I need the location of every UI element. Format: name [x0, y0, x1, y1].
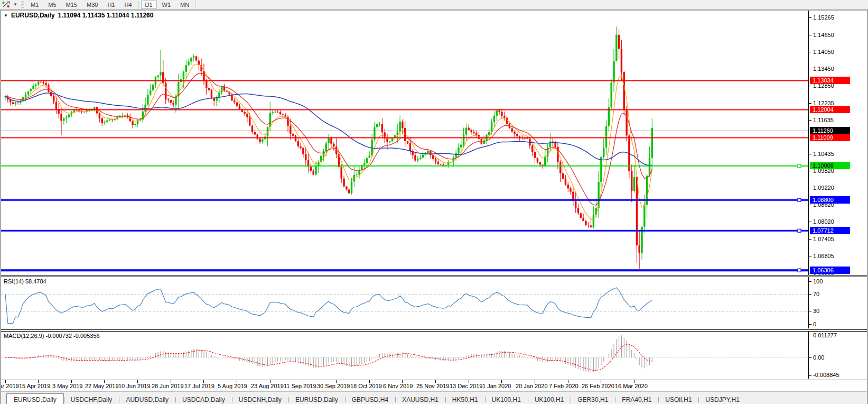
price-tick	[809, 35, 811, 35]
macd-tick	[809, 375, 811, 376]
price-tick	[809, 154, 811, 154]
time-axis-label: 17 Jul 2019	[184, 383, 214, 389]
hline-handle	[798, 164, 801, 168]
price-tick	[809, 17, 811, 18]
time-axis[interactable]: 27 Mar 201915 Apr 20193 May 201922 May 2…	[1, 380, 867, 392]
timeframe-button-w1[interactable]: W1	[158, 1, 175, 9]
time-axis-label: 7 Feb 2020	[549, 383, 578, 389]
price-badge: 1.11009	[810, 134, 850, 141]
chart-tab-gbpusd-h4[interactable]: GBPUSD,H4	[345, 394, 395, 404]
price-tick-label: 1.13450	[813, 65, 834, 72]
rsi-pane: RSI(14) 58.4784 10070300	[1, 277, 867, 330]
chart-tab-audusd-daily[interactable]: AUDUSD,Daily	[119, 394, 175, 404]
time-axis-label: 3 May 2019	[52, 383, 82, 389]
rsi-tick-label: 30	[813, 307, 819, 315]
price-tick-label: 1.09220	[813, 184, 834, 191]
main-chart-pane: ▼ EURUSD,Daily 1.11094 1.11435 1.11044 1…	[1, 11, 867, 276]
price-tick-label: 1.14650	[813, 31, 834, 39]
time-axis-label: 11 Sep 2019	[284, 383, 316, 389]
price-tick	[809, 239, 811, 240]
chart-tab-usdcnh-daily[interactable]: USDCNH,Daily	[232, 394, 288, 404]
chart-tab-usoil-h1[interactable]: USOil,H1	[658, 394, 698, 404]
main-plot[interactable]: ▼ EURUSD,Daily 1.11094 1.11435 1.11044 1…	[1, 11, 808, 275]
time-axis-label: 13 Dec 2019	[450, 383, 482, 389]
time-axis-label: 25 Nov 2019	[416, 383, 449, 389]
price-tick	[809, 69, 811, 69]
hline-handle	[798, 269, 801, 272]
price-badge: 1.13034	[810, 77, 850, 84]
chart-dropdown-icon[interactable]: ▼	[4, 13, 8, 18]
price-badge: 1.06306	[810, 267, 850, 274]
time-axis-label: 5 Aug 2019	[218, 383, 247, 389]
time-axis-label: 30 Sep 2019	[317, 383, 350, 389]
timeframe-button-m1[interactable]: M1	[26, 1, 43, 9]
price-tick-label: 1.14050	[813, 48, 834, 56]
time-axis-label: 1 Jan 2020	[482, 383, 511, 389]
rsi-tick	[809, 311, 811, 311]
price-tick-label: 1.07405	[813, 235, 834, 243]
time-axis-label: 10 Jun 2019	[118, 383, 151, 389]
timeframe-button-mn[interactable]: MN	[176, 1, 193, 9]
rsi-axis[interactable]: 10070300	[808, 277, 866, 328]
time-axis-label: 27 Mar 2019	[1, 383, 19, 389]
time-axis-label: 28 Jun 2019	[152, 383, 184, 389]
time-axis-label: 6 Nov 2019	[383, 383, 413, 389]
price-tick	[809, 52, 811, 52]
chart-ohlc-values: 1.11094 1.11435 1.11044 1.11260	[58, 12, 154, 19]
chart-tab-eurusd-daily[interactable]: EURUSD,Daily	[288, 394, 345, 404]
rsi-plot[interactable]: RSI(14) 58.4784	[1, 277, 808, 328]
toolbar-separator	[195, 1, 196, 8]
toolbar-separator	[138, 1, 139, 8]
time-axis-label: 15 Apr 2019	[19, 383, 50, 389]
chart-tab-fra40-h1[interactable]: FRA40,H1	[615, 394, 658, 404]
rsi-tick-label: 100	[813, 278, 823, 285]
price-tick-label: 1.06805	[813, 252, 834, 260]
chart-title: ▼ EURUSD,Daily 1.11094 1.11435 1.11044 1…	[4, 12, 153, 19]
rsi-tick-label: 70	[813, 290, 819, 298]
timeframe-button-d1[interactable]: D1	[141, 1, 157, 9]
price-tick-label: 1.11635	[813, 116, 834, 124]
chart-tab-usdcad-daily[interactable]: USDCAD,Daily	[175, 394, 232, 404]
candlestick-chart	[1, 11, 808, 275]
timeframe-button-h1[interactable]: H1	[103, 1, 119, 9]
macd-tick-label: -0.008845	[813, 371, 839, 379]
macd-tick-label: 0.011277	[813, 332, 837, 339]
chevron-down-icon[interactable]: ▼	[12, 2, 19, 7]
price-badge: 1.11260	[810, 127, 850, 134]
toolbar-grip[interactable]	[21, 1, 24, 8]
price-tick-label: 1.15265	[813, 14, 834, 21]
timeframe-button-m30[interactable]: M30	[82, 1, 102, 9]
chart-tab-uk100-h1[interactable]: UK100,H1	[485, 394, 528, 404]
time-axis-label: 26 Feb 2020	[582, 383, 614, 389]
line-studies-icon[interactable]	[0, 1, 12, 9]
chart-tab-usdchf-daily[interactable]: USDCHF,Daily	[64, 394, 119, 404]
macd-chart	[1, 332, 808, 379]
chart-symbol-label: EURUSD,Daily	[11, 12, 55, 19]
price-badge: 1.07712	[810, 227, 850, 234]
chart-tab-ger30-h1[interactable]: GER30,H1	[571, 394, 615, 404]
rsi-tick-label: 0	[813, 320, 816, 328]
chart-tab-xauusd-h1[interactable]: XAUUSD,H1	[395, 394, 445, 404]
price-tick	[809, 171, 811, 171]
chart-tab-eurusd-daily[interactable]: EURUSD,Daily	[6, 393, 64, 404]
price-tick	[809, 120, 811, 121]
time-axis-label: 16 Mar 2020	[615, 383, 648, 389]
rsi-tick	[809, 324, 811, 325]
price-badge: 1.10008	[810, 162, 850, 169]
chart-tab-hk50-h1[interactable]: HK50,H1	[445, 394, 485, 404]
timeframe-button-m5[interactable]: M5	[44, 1, 60, 9]
price-axis[interactable]: 1.152651.146501.140501.134501.128501.122…	[808, 11, 866, 275]
macd-axis[interactable]: 0.0112770.00-0.008845	[808, 332, 866, 379]
price-tick	[809, 205, 811, 205]
timeframe-button-m15[interactable]: M15	[62, 1, 81, 9]
chart-tab-usdjpy-h1[interactable]: USDJPY,H1	[698, 394, 746, 404]
chart-tab-uk100-h1[interactable]: UK100,H1	[528, 394, 571, 404]
timeframe-button-h4[interactable]: H4	[120, 1, 136, 9]
macd-pane: MACD(12,26,9) -0.000732 -0.005356 0.0112…	[1, 331, 867, 380]
macd-plot[interactable]: MACD(12,26,9) -0.000732 -0.005356	[1, 332, 808, 379]
hline-handle	[798, 229, 801, 232]
time-axis-label: 18 Oct 2019	[350, 383, 382, 389]
macd-tick	[809, 335, 811, 335]
timeframe-buttons: M1M5M15M30H1H4D1W1MN	[26, 1, 198, 9]
price-badge: 1.12004	[810, 106, 850, 113]
